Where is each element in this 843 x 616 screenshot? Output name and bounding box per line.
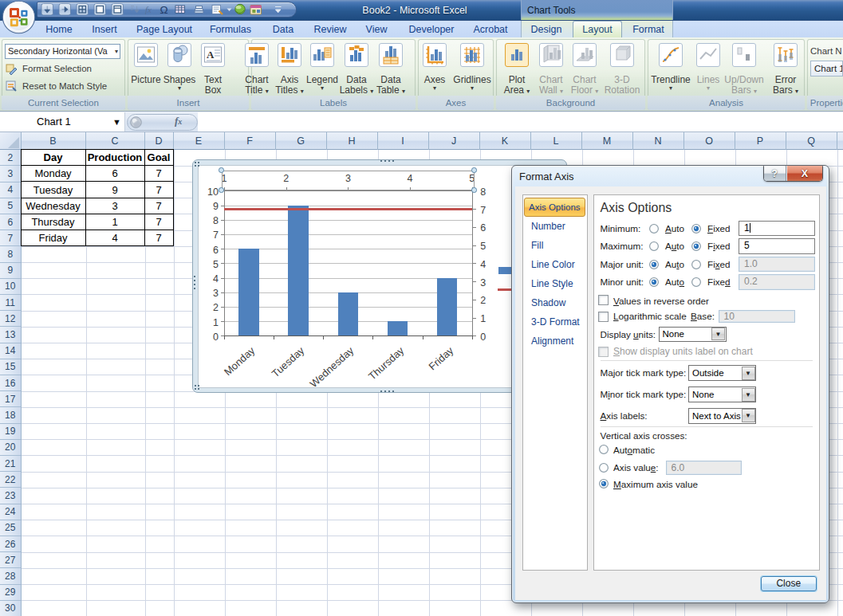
svg-text:Ω: Ω [160,4,168,16]
svg-text:fx: fx [145,5,152,14]
svg-text:A: A [207,49,215,61]
